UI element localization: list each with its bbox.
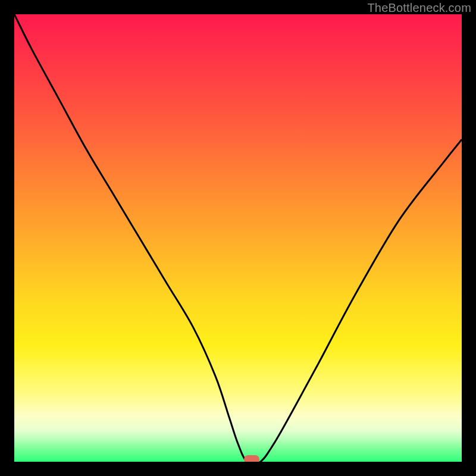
plot-area — [14, 14, 462, 462]
watermark-text: TheBottleneck.com — [367, 1, 471, 15]
bottleneck-curve — [14, 14, 462, 462]
chart-frame: TheBottleneck.com — [0, 0, 476, 476]
optimal-marker — [244, 455, 259, 462]
